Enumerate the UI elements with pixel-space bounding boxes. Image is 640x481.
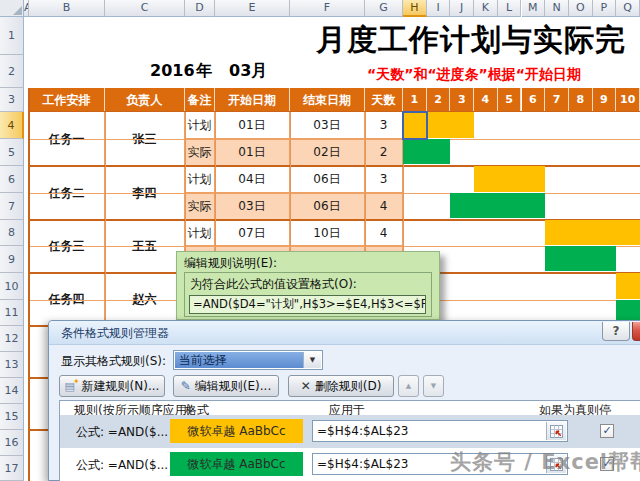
edit-rule-label: 编辑规则(E)...	[195, 378, 271, 395]
cell-G5[interactable]: 2	[365, 139, 403, 166]
header-G[interactable]: 天数	[365, 88, 403, 112]
day-header-7[interactable]: 7	[545, 88, 569, 112]
new-rule-label: 新建规则(N)...	[82, 378, 160, 395]
row-header-14[interactable]: 14	[0, 378, 24, 404]
select-all-corner[interactable]	[0, 0, 24, 17]
move-down-button[interactable]: ▼	[423, 375, 444, 397]
column-header-Q[interactable]: Q	[616, 0, 640, 17]
range-picker-button[interactable]	[546, 422, 566, 440]
row-header-15[interactable]: 15	[0, 404, 24, 430]
plan-bar	[474, 166, 545, 192]
rule-row[interactable]: 公式: =AND($...微软卓越 AaBbCc=$H$4:$AL$23✓	[60, 415, 640, 448]
column-header-L[interactable]: L	[498, 0, 522, 17]
day-header-10[interactable]: 10	[616, 88, 640, 112]
show-rules-value: 当前选择	[175, 352, 303, 368]
row-header-1[interactable]: 1	[0, 17, 24, 55]
dropdown-arrow-icon[interactable]: ▼	[303, 352, 321, 368]
column-header-I[interactable]: I	[427, 0, 451, 17]
header-C[interactable]: 负责人	[105, 88, 185, 112]
cell-F4[interactable]: 03日	[290, 112, 365, 139]
column-header-B[interactable]: B	[29, 0, 105, 17]
column-header-E[interactable]: E	[215, 0, 290, 17]
cell-E7[interactable]: 03日	[215, 193, 290, 220]
cell-G4[interactable]: 3	[365, 112, 403, 139]
cell-F6[interactable]: 06日	[290, 166, 365, 193]
header-F[interactable]: 结束日期	[290, 88, 365, 112]
day-header-8[interactable]: 8	[569, 88, 593, 112]
new-rule-button[interactable]: ▤✦ 新建规则(N)...	[59, 375, 165, 397]
row-header-3[interactable]: 3	[0, 88, 24, 112]
cell-F7[interactable]: 06日	[290, 193, 365, 220]
column-header-D[interactable]: D	[185, 0, 215, 17]
row-header-2[interactable]: 2	[0, 55, 24, 88]
header-B[interactable]: 工作安排	[29, 88, 105, 112]
day-header-2[interactable]: 2	[427, 88, 451, 112]
day-header-9[interactable]: 9	[593, 88, 617, 112]
column-header-O[interactable]: O	[569, 0, 593, 17]
help-button[interactable]: ?	[602, 322, 630, 341]
dialog-titlebar[interactable]: 条件格式规则管理器 ?	[49, 321, 640, 345]
applies-to-field[interactable]: =$H$4:$AL$23	[312, 420, 568, 442]
month-value[interactable]: 03月	[229, 61, 267, 82]
cell-E5[interactable]: 01日	[215, 139, 290, 166]
column-header-F[interactable]: F	[290, 0, 365, 17]
day-header-5[interactable]: 5	[498, 88, 522, 112]
cell-D6[interactable]: 计划	[185, 166, 215, 193]
row-header-11[interactable]: 11	[0, 300, 24, 326]
cell-F8[interactable]: 10日	[290, 220, 365, 246]
row-header-13[interactable]: 13	[0, 352, 24, 378]
move-up-button[interactable]: ▲	[398, 375, 419, 397]
column-header-M[interactable]: M	[522, 0, 546, 17]
column-header-G[interactable]: G	[365, 0, 403, 17]
column-header-C[interactable]: C	[105, 0, 185, 17]
header-D[interactable]: 备注	[185, 88, 215, 112]
cell-G8[interactable]: 4	[365, 220, 403, 246]
close-button[interactable]	[632, 322, 640, 341]
cell-G6[interactable]: 3	[365, 166, 403, 193]
task-boundary-line	[29, 165, 640, 167]
delete-rule-label: 删除规则(D)	[315, 378, 382, 395]
cell-E4[interactable]: 01日	[215, 112, 290, 139]
rule-formula-field[interactable]: =AND($D4="计划",H$3>=$E4,H$3<=$F4)	[189, 295, 426, 314]
select-all-triangle-icon	[13, 6, 22, 15]
cell-D7[interactable]: 实际	[185, 193, 215, 220]
stop-if-true-checkbox[interactable]: ✓	[600, 424, 614, 438]
day-header-1[interactable]: 1	[403, 88, 427, 112]
column-header-H[interactable]: H	[403, 0, 427, 17]
cell-D8[interactable]: 计划	[185, 220, 215, 246]
rule-format-swatch: 微软卓越 AaBbCc	[170, 419, 303, 443]
cell-G7[interactable]: 4	[365, 193, 403, 220]
column-header-K[interactable]: K	[474, 0, 498, 17]
cell-E8[interactable]: 07日	[215, 220, 290, 246]
day-header-3[interactable]: 3	[450, 88, 474, 112]
cell-D5[interactable]: 实际	[185, 139, 215, 166]
row-header-9[interactable]: 9	[0, 246, 24, 273]
row-header-6[interactable]: 6	[0, 166, 24, 193]
year-value[interactable]: 2016	[150, 61, 195, 80]
selected-cell-outline	[402, 111, 428, 140]
cell-F5[interactable]: 02日	[290, 139, 365, 166]
header-E[interactable]: 开始日期	[215, 88, 290, 112]
column-header-N[interactable]: N	[545, 0, 569, 17]
header-bottom-line	[29, 111, 640, 112]
row-header-4[interactable]: 4	[0, 112, 24, 139]
row-header-10[interactable]: 10	[0, 273, 24, 300]
delete-rule-button[interactable]: ✕ 删除规则(D)	[288, 375, 394, 397]
column-header-J[interactable]: J	[450, 0, 474, 17]
row-header-17[interactable]: 17	[0, 456, 24, 481]
row-header-8[interactable]: 8	[0, 220, 24, 246]
row-header-12[interactable]: 12	[0, 326, 24, 352]
row-header-7[interactable]: 7	[0, 193, 24, 220]
cell-D4[interactable]: 计划	[185, 112, 215, 139]
day-header-6[interactable]: 6	[522, 88, 546, 112]
column-header-P[interactable]: P	[593, 0, 617, 17]
day-header-4[interactable]: 4	[474, 88, 498, 112]
rule-description-tooltip: 编辑规则说明(E): 为符合此公式的值设置格式(O): =AND($D4="计划…	[176, 251, 440, 320]
edit-rule-button[interactable]: ✎ 编辑规则(E)...	[173, 375, 279, 397]
rule-format-swatch: 微软卓越 AaBbCc	[170, 452, 303, 476]
row-header-5[interactable]: 5	[0, 139, 24, 166]
cell-E6[interactable]: 04日	[215, 166, 290, 193]
row-header-16[interactable]: 16	[0, 430, 24, 456]
delete-rule-icon: ✕	[301, 379, 311, 393]
show-rules-dropdown[interactable]: 当前选择 ▼	[173, 350, 323, 370]
